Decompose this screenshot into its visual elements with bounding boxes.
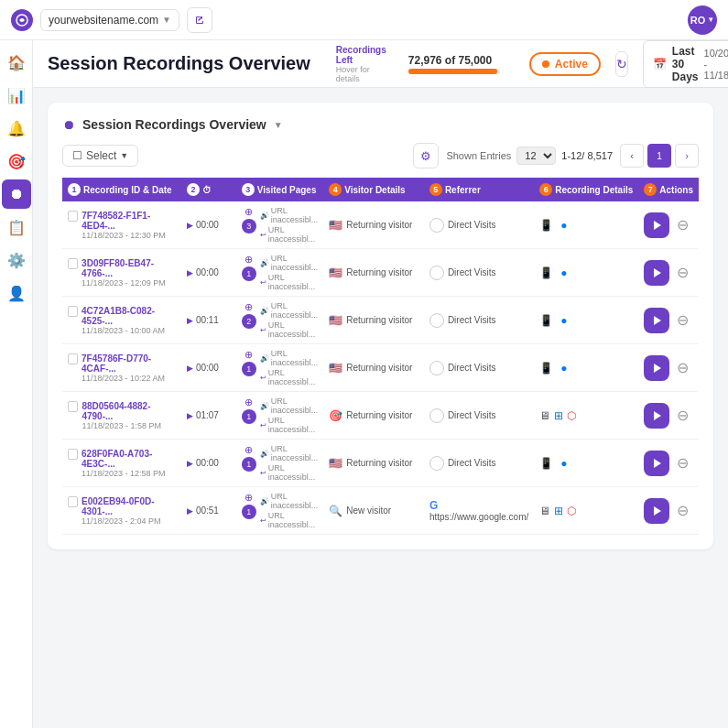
- play-recording-button[interactable]: [644, 451, 669, 476]
- cell-pages: ⊕ 1 🔊 URL inaccessibl... ↩ URL inaccessi…: [236, 344, 324, 392]
- referrer-circle-icon: [429, 313, 444, 328]
- recording-date: 11/18/2023 - 12:58 PM: [81, 469, 176, 478]
- cell-duration: ▶ 00:00: [181, 201, 236, 249]
- exclude-button[interactable]: ⊖: [677, 264, 689, 281]
- url-text-2: URL inaccessibl...: [268, 511, 319, 529]
- cell-pages: ⊕ 1 🔊 URL inaccessibl... ↩ URL inaccessi…: [236, 440, 324, 487]
- sidebar-settings[interactable]: ⚙️: [2, 245, 31, 275]
- url-text-1: URL inaccessibl...: [271, 444, 319, 462]
- mobile-icon: 📱: [539, 266, 553, 279]
- play-recording-button[interactable]: [644, 308, 669, 333]
- url-item-1: 🔊 URL inaccessibl...: [260, 397, 319, 415]
- url-text-1: URL inaccessibl...: [271, 206, 319, 224]
- visitor-type-text: Returning visitor: [346, 267, 412, 277]
- exclude-button[interactable]: ⊖: [677, 359, 689, 376]
- url-item-1: 🔊 URL inaccessibl...: [260, 254, 319, 272]
- exclude-button[interactable]: ⊖: [677, 454, 689, 472]
- url-text-1: URL inaccessibl...: [271, 301, 319, 320]
- cell-id: 7F45786F-D770-4CAF-... 11/18/2023 - 10:2…: [62, 344, 181, 392]
- page-1-button[interactable]: 1: [647, 144, 671, 168]
- play-recording-button[interactable]: [644, 403, 669, 429]
- col-label-id: Recording ID & Date: [83, 185, 172, 195]
- date-range-picker[interactable]: 📅 Last 30 Days 10/20/2023 - 11/18/2023 ▼: [643, 40, 728, 88]
- sidebar-notifications[interactable]: 🔔: [2, 114, 31, 143]
- refresh-button[interactable]: ↻: [615, 51, 628, 77]
- url-icon-1: 🔊: [260, 212, 269, 220]
- url-item-2: ↩ URL inaccessibl...: [260, 416, 319, 434]
- visitor-flag-icon: 🇺🇸: [329, 314, 342, 327]
- pages-stack-icon: ⊕: [244, 349, 253, 361]
- external-link-button[interactable]: [187, 7, 212, 33]
- card-chevron-icon: ▼: [274, 120, 283, 130]
- row-checkbox[interactable]: [68, 496, 78, 507]
- filter-button[interactable]: ⚙: [413, 143, 439, 168]
- browser-icon: ●: [560, 314, 567, 327]
- cell-duration: ▶ 00:00: [181, 344, 236, 392]
- cell-referrer: Direct Visits: [424, 344, 534, 392]
- prev-page-button[interactable]: ‹: [620, 144, 644, 168]
- avatar-chevron: ▼: [707, 16, 714, 24]
- visitor-type-text: Returning visitor: [346, 410, 412, 420]
- exclude-button[interactable]: ⊖: [677, 216, 689, 234]
- sidebar-reports[interactable]: 📋: [2, 212, 31, 242]
- sidebar-analytics[interactable]: 📊: [2, 81, 31, 110]
- exclude-button[interactable]: ⊖: [677, 502, 689, 519]
- row-checkbox[interactable]: [68, 449, 78, 460]
- sidebar-home[interactable]: 🏠: [2, 48, 31, 77]
- recording-date: 11/18/2023 - 1:58 PM: [81, 421, 176, 430]
- pages-stack-icon: ⊕: [244, 206, 253, 218]
- exclude-button[interactable]: ⊖: [677, 407, 689, 424]
- play-recording-button[interactable]: [644, 212, 669, 238]
- visitor-type-text: New visitor: [346, 505, 391, 516]
- play-recording-button[interactable]: [644, 260, 669, 286]
- next-page-button[interactable]: ›: [675, 144, 699, 168]
- pages-stack-icon: ⊕: [244, 397, 253, 408]
- url-item-1: 🔊 URL inaccessibl...: [260, 301, 319, 320]
- play-triangle-icon: [654, 316, 661, 325]
- recordings-left-info: Recordings Left Hover for details: [336, 45, 386, 83]
- url-icon-2: ↩: [260, 469, 266, 477]
- row-checkbox[interactable]: [68, 258, 78, 269]
- recording-date: 11/18/2023 - 12:30 PM: [81, 231, 176, 240]
- play-recording-button[interactable]: [644, 498, 669, 524]
- cell-pages: ⊕ 1 🔊 URL inaccessibl... ↩ URL inaccessi…: [236, 392, 324, 440]
- cell-duration: ▶ 00:00: [181, 440, 236, 487]
- duration-text: 00:00: [196, 220, 219, 230]
- recording-id: E002EB94-0F0D-4301-...: [81, 496, 176, 516]
- exclude-button[interactable]: ⊖: [677, 311, 689, 329]
- col-label-referrer: Referrer: [445, 185, 481, 195]
- sidebar-profile[interactable]: 👤: [2, 278, 31, 308]
- url-list: 🔊 URL inaccessibl... ↩ URL inaccessibl..…: [260, 444, 319, 482]
- col-num-6: 6: [539, 183, 552, 196]
- cell-actions: ⊖: [638, 249, 699, 297]
- cell-visitor: 🇺🇸 Returning visitor: [323, 440, 424, 487]
- row-checkbox[interactable]: [68, 353, 78, 364]
- google-icon: G: [429, 499, 438, 512]
- col-header-id: 1 Recording ID & Date: [62, 178, 181, 201]
- recordings-progress: [408, 69, 500, 74]
- user-avatar[interactable]: RO ▼: [688, 5, 717, 35]
- row-checkbox[interactable]: [68, 306, 78, 317]
- page-title: Session Recordings Overview: [48, 53, 310, 74]
- play-recording-button[interactable]: [644, 355, 669, 381]
- url-icon-2: ↩: [260, 278, 266, 287]
- row-checkbox[interactable]: [68, 401, 78, 412]
- sidebar-heatmaps[interactable]: 🎯: [2, 147, 31, 176]
- content-card: ⏺ Session Recordings Overview ▼ ☐ Select…: [48, 103, 713, 549]
- per-page-select[interactable]: 12 25 50: [516, 147, 556, 165]
- sidebar-recordings[interactable]: ⏺: [2, 179, 31, 209]
- site-selector[interactable]: yourwebsitename.com ▼: [40, 9, 179, 31]
- referrer-circle-icon: [429, 456, 444, 471]
- active-status-button[interactable]: Active: [529, 52, 601, 76]
- cell-duration: ▶ 01:07: [181, 392, 236, 440]
- pages-count: 1: [242, 409, 256, 424]
- duration-value: ▶ 00:00: [187, 363, 231, 373]
- row-checkbox[interactable]: [68, 211, 78, 222]
- visitor-flag-icon: 🇺🇸: [329, 457, 342, 470]
- referrer-circle-icon: [429, 266, 444, 280]
- url-item-2: ↩ URL inaccessibl...: [260, 511, 319, 529]
- select-button[interactable]: ☐ Select ▼: [62, 145, 138, 167]
- cell-devices: 🖥⊞⬡: [534, 392, 638, 440]
- url-text-2: URL inaccessibl...: [268, 463, 319, 482]
- play-icon: ▶: [187, 268, 193, 277]
